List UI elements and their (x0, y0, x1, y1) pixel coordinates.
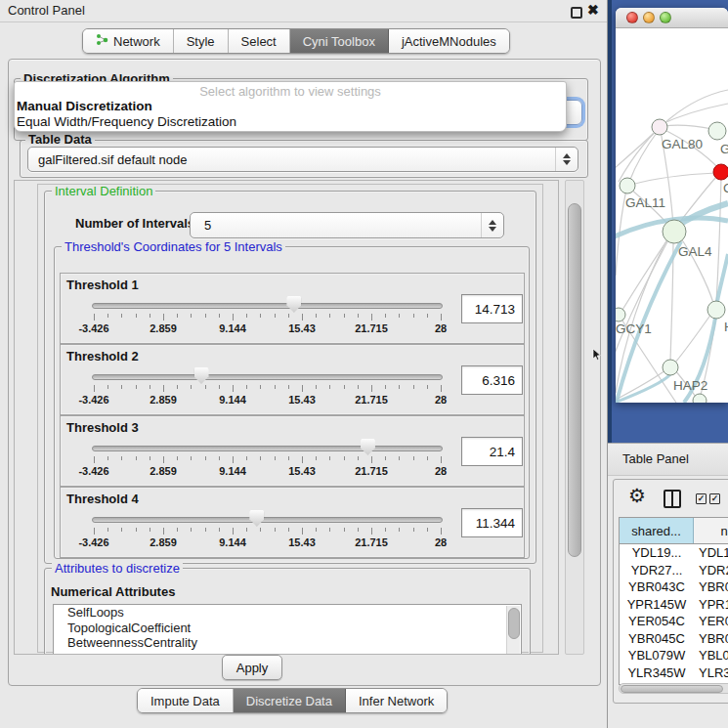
slider-track[interactable] (92, 303, 443, 309)
split-columns-icon[interactable] (664, 490, 681, 508)
table-row[interactable]: YBR043CYBR0 (620, 578, 728, 596)
tick-mark (107, 528, 108, 532)
settings-scrollbar[interactable] (565, 180, 584, 655)
tab-jactivemnodules[interactable]: jActiveMNodules (389, 29, 509, 53)
table-row[interactable]: YBL079WYBL0 (620, 647, 728, 664)
combobox-value: 5 (191, 218, 481, 233)
slider-track[interactable] (92, 374, 443, 380)
threshold-value-field[interactable]: 14.713 (461, 294, 523, 323)
tick-mark (177, 314, 178, 318)
network-edge[interactable] (631, 173, 716, 185)
threshold-label: Threshold 3 (66, 420, 139, 435)
network-node-gal11[interactable] (620, 178, 635, 193)
tab-infer-network[interactable]: Infer Network (346, 689, 447, 712)
network-canvas[interactable]: GAL80GAGGAL11GAL4GCY1HHAP2 (616, 27, 728, 403)
tab-discretize-data[interactable]: Discretize Data (234, 689, 346, 712)
tick-mark (275, 528, 276, 532)
attributes-listbox[interactable]: SelfLoopsTopologicalCoefficientBetweenne… (53, 604, 522, 655)
tick-mark (385, 314, 386, 318)
tick-mark (358, 456, 359, 460)
combo-stepper-icon[interactable] (481, 213, 503, 237)
scrollbar-thumb[interactable] (508, 608, 520, 639)
mac-close-icon[interactable] (626, 12, 638, 23)
network-edge[interactable] (629, 130, 659, 182)
list-item[interactable]: TopologicalCoefficient (54, 621, 521, 636)
mac-zoom-icon[interactable] (660, 12, 671, 23)
slider-thumb[interactable] (286, 296, 301, 313)
number-of-intervals-combobox[interactable]: 5 (190, 212, 504, 238)
table-panel-title: Table Panel (622, 451, 689, 466)
table-row[interactable]: YDR27...YDR2 (620, 562, 728, 579)
mac-minimize-icon[interactable] (643, 12, 655, 23)
table-row[interactable]: YDL19...YDL1 (620, 544, 728, 562)
slider-track[interactable] (92, 517, 443, 523)
tick-mark (163, 314, 164, 321)
tick-label: 21.715 (355, 465, 388, 477)
scrollbar-thumb[interactable] (568, 203, 581, 557)
mouse-cursor (592, 349, 602, 362)
checkbox-icon[interactable]: ✓ (709, 493, 720, 504)
network-node[interactable] (693, 394, 707, 403)
list-item[interactable]: SelfLoops (54, 605, 521, 621)
slider-thumb[interactable] (249, 510, 264, 527)
close-icon[interactable]: ✖ (587, 2, 599, 18)
table-data-combobox[interactable]: galFiltered.sif default node (27, 147, 578, 172)
slider-thumb[interactable] (194, 367, 209, 384)
column-header-shared-name[interactable]: shared... (620, 518, 694, 543)
control-panel-titlebar: Control Panel ✖ (0, 0, 607, 22)
combo-stepper-icon[interactable] (555, 148, 578, 171)
table-row[interactable]: YER054CYER0 (620, 613, 728, 630)
tick-mark (385, 385, 386, 389)
slider-thumb[interactable] (361, 439, 375, 455)
cell-shared-name: YER054C (620, 613, 694, 630)
tick-mark (441, 314, 442, 321)
tick-mark (288, 314, 289, 318)
network-node-gal4[interactable] (663, 220, 686, 243)
threshold-label: Threshold 4 (66, 492, 139, 506)
tick-label: 9.144 (219, 322, 246, 334)
tick-mark (233, 528, 234, 535)
network-node-gcy1[interactable] (616, 308, 625, 321)
tick-mark (413, 314, 414, 318)
tick-mark (94, 456, 95, 463)
tick-mark (219, 385, 220, 389)
table-header-row: shared... na (620, 518, 728, 544)
apply-button[interactable]: Apply (222, 655, 282, 680)
node-attribute-table[interactable]: shared... na YDL19...YDL1YDR27...YDR2YBR… (619, 517, 728, 685)
threshold-value-field[interactable]: 6.316 (461, 365, 523, 395)
slider-track[interactable] (92, 446, 443, 451)
tab-impute-data[interactable]: Impute Data (138, 689, 234, 712)
network-node-g[interactable] (713, 164, 728, 180)
network-node-ga[interactable] (708, 122, 726, 140)
popup-option-manual-discretization[interactable]: Manual Discretization (17, 99, 562, 114)
network-edge[interactable] (616, 133, 654, 168)
tab-cyni-toolbox[interactable]: Cyni Toolbox (290, 29, 389, 53)
network-node-hap2[interactable] (663, 360, 678, 375)
attributes-scrollbar[interactable] (506, 606, 520, 655)
threshold-value-field[interactable]: 11.344 (461, 508, 523, 537)
table-row[interactable]: YPR145WYPR1 (620, 596, 728, 614)
tab-network[interactable]: Network (83, 29, 174, 53)
threshold-value-field[interactable]: 21.4 (461, 437, 523, 466)
network-edge[interactable] (616, 236, 670, 354)
tick-mark (344, 456, 345, 460)
column-header-name[interactable]: na (694, 518, 728, 543)
gear-icon[interactable]: ⚙ (628, 486, 646, 505)
float-window-icon[interactable] (571, 7, 582, 19)
table-row[interactable]: YBR045CYBR0 (620, 630, 728, 648)
checkbox-icon[interactable]: ✓ (696, 493, 707, 504)
table-horizontal-scrollbar[interactable] (619, 683, 728, 694)
network-node-gal80[interactable] (652, 119, 667, 135)
popup-option-equal-width-frequency[interactable]: Equal Width/Frequency Discretization (17, 114, 562, 130)
list-item[interactable]: BetweennessCentrality (54, 635, 521, 651)
scrollbar-thumb[interactable] (621, 685, 723, 693)
network-window-titlebar[interactable] (616, 8, 728, 28)
network-node-h[interactable] (707, 301, 725, 319)
tick-mark (399, 528, 400, 532)
network-edge[interactable] (664, 125, 712, 129)
table-row[interactable]: YLR345WYLR3 (620, 664, 728, 682)
tab-select[interactable]: Select (229, 29, 290, 53)
tab-style[interactable]: Style (174, 29, 229, 53)
network-node-label: GCY1 (616, 321, 652, 336)
tick-mark (246, 456, 247, 460)
